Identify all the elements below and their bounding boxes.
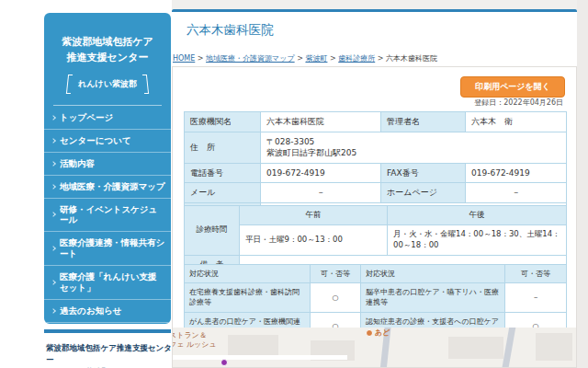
value-manager-name: 六本木 衛 — [466, 112, 567, 132]
purple-poi-icon — [220, 359, 228, 366]
table-row: メール － ホームページ － — [185, 183, 567, 203]
label-fax: FAX番号 — [381, 163, 466, 183]
value-afternoon-hours: 月・火・水・金曜14：00～18：30、土曜14：00～18：00 — [388, 224, 567, 255]
sidebar-item-resource-map[interactable]: 地域医療・介護資源マップ — [44, 176, 171, 199]
sidebar-item-sitemap[interactable]: サイトマップ — [44, 323, 171, 324]
table-row: 在宅療養支援歯科診療・歯科訪問診療等 ○ 脳卒中患者の口腔ケア・嚥下リハ・医療連… — [185, 283, 567, 312]
header-support-status-right: 対応状況 — [361, 265, 505, 283]
site-badge-label: れんけい紫波郡 — [78, 79, 137, 88]
label-clinic-name: 医療機関名 — [185, 112, 261, 132]
table-row: 電話番号 019-672-4919 FAX番号 019-672-4919 — [185, 163, 567, 183]
sidebar-footer: 紫波郡地域包括ケア推進支援センター （れんけい紫波郡） 〒028-3614 — [46, 342, 175, 368]
breadcrumb: HOME > 地域医療・介護資源マップ > 紫波町 > 歯科診療所 > 六本木歯… — [173, 53, 577, 63]
label-mail: メール — [185, 183, 261, 203]
breadcrumb-home[interactable]: HOME — [173, 54, 195, 63]
sidebar-item-support-set[interactable]: 医療介護「れんけい支援セット」 — [44, 266, 171, 300]
breadcrumb-shiwa-town[interactable]: 紫波町 — [305, 54, 327, 63]
address-street: 紫波町日詰字郡山駅205 — [266, 147, 560, 159]
restaurant-poi-icon — [366, 329, 373, 337]
sidebar-menu: トップページ センターについて 活動内容 地域医療・介護資源マップ 研修・イベン… — [44, 107, 171, 324]
item-stroke-oral-care: 脳卒中患者の口腔ケア・嚥下リハ・医療連携等 — [361, 283, 505, 312]
chevron-right-icon — [51, 280, 56, 285]
page-background-top — [172, 0, 577, 9]
sidebar-item-top-page[interactable]: トップページ — [44, 107, 171, 130]
sidebar-footer-divider — [44, 329, 171, 333]
header-morning: 午前 — [240, 206, 388, 225]
page-background-right — [577, 0, 588, 368]
label-homepage: ホームページ — [381, 183, 466, 203]
site-title-line2: 推進支援センター — [44, 51, 171, 66]
location-map[interactable]: ストラン＆ フェ ルッシュ あど — [173, 328, 576, 367]
site-badge: れんけい紫波郡 — [67, 75, 148, 94]
sidebar-item-activities[interactable]: 活動内容 — [44, 153, 171, 176]
item-home-dental-care: 在宅療養支援歯科診療・歯科訪問診療等 — [185, 283, 311, 312]
value-clinic-name: 六本木歯科医院 — [261, 112, 381, 132]
header-afternoon: 午後 — [388, 206, 567, 225]
sidebar: 紫波郡地域包括ケア 推進支援センター れんけい紫波郡 トップページ センターにつ… — [44, 13, 171, 324]
value-address: 〒028-3305 紫波町日詰字郡山駅205 — [261, 132, 567, 163]
table-row: 医療機関名 六本木歯科医院 管理者名 六本木 衛 — [185, 112, 567, 132]
breadcrumb-separator: > — [295, 54, 306, 63]
print-page-button[interactable]: 印刷用ページを開く — [460, 76, 565, 98]
status-home-dental-care: ○ — [311, 283, 361, 312]
page-title: 六本木歯科医院 — [187, 22, 577, 39]
label-address: 住 所 — [185, 132, 261, 163]
sidebar-item-label: トップページ — [60, 112, 113, 123]
sidebar-item-label: 活動内容 — [60, 158, 95, 169]
title-card: 六本木歯科医院 — [172, 9, 577, 48]
map-building — [536, 333, 572, 361]
table-row: 平日・土曜9：00～13：00 月・火・水・金曜14：00～18：30、土曜14… — [185, 224, 567, 255]
chevron-right-icon — [51, 161, 56, 167]
sidebar-item-label: 地域医療・介護資源マップ — [60, 181, 165, 192]
breadcrumb-separator: > — [375, 54, 386, 63]
sidebar-item-info-sharing-sheet[interactable]: 医療介護連携・情報共有シート — [44, 232, 171, 266]
sidebar-item-label: 過去のお知らせ — [60, 305, 121, 316]
map-restaurant-label-line1: ストラン＆ — [173, 331, 217, 340]
site-title: 紫波郡地域包括ケア 推進支援センター — [44, 35, 171, 65]
footer-org-name: 紫波郡地域包括ケア推進支援センター — [46, 342, 175, 366]
breadcrumb-current: 六本木歯科医院 — [386, 54, 437, 63]
chevron-right-icon — [51, 213, 56, 218]
chevron-right-icon — [51, 138, 56, 144]
map-restaurant-label: ストラン＆ フェ ルッシュ — [173, 331, 217, 349]
table-row: 住 所 〒028-3305 紫波町日詰字郡山駅205 — [185, 132, 567, 163]
table-row: 診療時間 午前 午後 — [185, 206, 567, 225]
table-row: 対応状況 可・否等 対応状況 可・否等 — [185, 265, 567, 283]
chevron-right-icon — [51, 184, 56, 190]
sidebar-item-label: センターについて — [60, 135, 131, 146]
breadcrumb-separator: > — [195, 54, 206, 63]
site-badge-wrap: れんけい紫波郡 — [44, 73, 171, 94]
header-availability-left: 可・否等 — [311, 265, 361, 283]
label-hours: 診療時間 — [185, 206, 240, 256]
label-phone: 電話番号 — [185, 163, 261, 183]
sidebar-item-label: 医療介護連携・情報共有シート — [60, 237, 165, 259]
map-poi-label: あど — [366, 328, 390, 338]
map-poi-label-text: あど — [375, 328, 390, 337]
status-stroke-oral-care: － — [505, 283, 567, 312]
sidebar-item-past-news[interactable]: 過去のお知らせ — [44, 300, 171, 323]
map-road — [173, 355, 347, 360]
main-panel: 印刷用ページを開く 登録日：2022年04月26日 医療機関名 六本木歯科医院 … — [172, 66, 577, 368]
breadcrumb-dental-clinics[interactable]: 歯科診療所 — [338, 54, 375, 63]
sidebar-item-event-schedule[interactable]: 研修・イベントスケジュール — [44, 199, 171, 233]
sidebar-item-about-center[interactable]: センターについて — [44, 130, 171, 153]
breadcrumb-separator: > — [327, 54, 338, 63]
value-homepage: － — [466, 183, 567, 203]
registration-date: 登録日：2022年04月26日 — [474, 98, 563, 108]
map-building — [448, 337, 503, 359]
breadcrumb-resource-map[interactable]: 地域医療・介護資源マップ — [206, 54, 295, 63]
address-postal: 〒028-3305 — [266, 136, 560, 148]
sidebar-divider — [53, 105, 162, 106]
chevron-right-icon — [51, 115, 56, 121]
page: 紫波郡地域包括ケア 推進支援センター れんけい紫波郡 トップページ センターにつ… — [0, 0, 588, 368]
sidebar-item-label: 研修・イベントスケジュール — [60, 204, 165, 226]
map-restaurant-label-line2: フェ ルッシュ — [173, 340, 217, 350]
value-fax: 019-672-4919 — [466, 163, 567, 183]
header-availability-right: 可・否等 — [505, 265, 567, 283]
value-mail: － — [261, 183, 381, 203]
chevron-right-icon — [51, 246, 56, 251]
value-phone: 019-672-4919 — [261, 163, 381, 183]
bracket-left-icon — [66, 75, 73, 94]
sidebar-item-label: 医療介護「れんけい支援セット」 — [60, 271, 165, 293]
value-morning-hours: 平日・土曜9：00～13：00 — [240, 224, 388, 255]
